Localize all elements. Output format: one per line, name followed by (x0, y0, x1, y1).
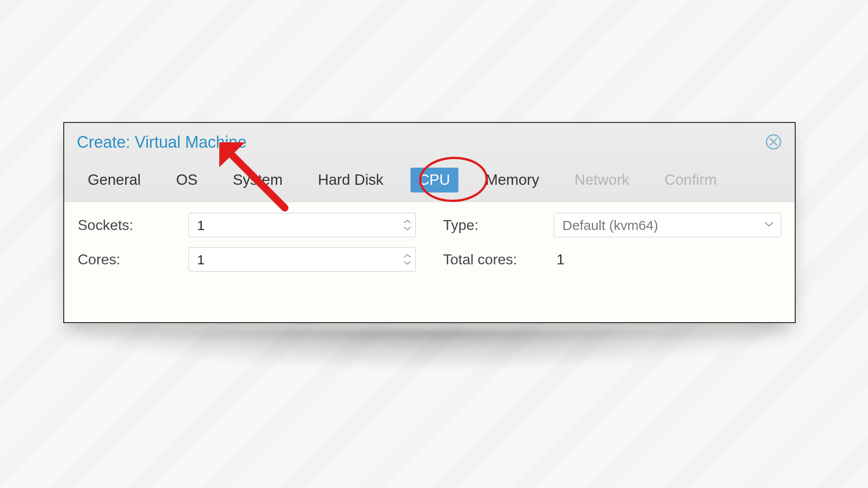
dialog-dropshadow (63, 330, 796, 371)
totalcores-label: Total cores: (443, 251, 554, 268)
cores-input[interactable]: 1 (189, 247, 416, 272)
cpu-panel: Sockets: 1 Type: Default (kvm64) Cores: (64, 202, 795, 282)
chevron-down-icon (764, 221, 774, 227)
tab-general[interactable]: General (80, 168, 149, 192)
type-row: Type: Default (kvm64) (443, 213, 781, 237)
type-dropdown-toggle[interactable] (764, 221, 774, 229)
chevron-up-icon (403, 219, 411, 225)
cores-label: Cores: (78, 251, 189, 268)
totalcores-value: 1 (554, 251, 565, 268)
tab-hard-disk[interactable]: Hard Disk (310, 168, 392, 192)
dialog-header: Create: Virtual Machine General OS Syste… (64, 123, 795, 202)
type-control: Default (kvm64) (554, 213, 781, 237)
tab-os[interactable]: OS (168, 168, 206, 192)
tab-confirm: Confirm (656, 168, 725, 192)
dialog-title: Create: Virtual Machine (77, 133, 782, 152)
chevron-down-icon (403, 260, 411, 266)
create-vm-dialog: Create: Virtual Machine General OS Syste… (63, 122, 796, 323)
type-label: Type: (443, 217, 554, 234)
sockets-row: Sockets: 1 (78, 213, 416, 237)
tab-cpu[interactable]: CPU (410, 168, 458, 192)
tab-system[interactable]: System (225, 168, 291, 192)
sockets-label: Sockets: (78, 217, 189, 234)
tab-network: Network (566, 168, 637, 192)
close-button[interactable] (766, 134, 781, 150)
chevron-down-icon (403, 226, 411, 231)
totalcores-row: Total cores: 1 (443, 247, 781, 272)
sockets-input[interactable]: 1 (189, 213, 416, 237)
wizard-tabs: General OS System Hard Disk CPU Memory N… (77, 168, 782, 192)
tab-memory[interactable]: Memory (477, 168, 547, 192)
chevron-up-icon (403, 253, 411, 259)
cores-row: Cores: 1 (78, 247, 416, 272)
type-select[interactable]: Default (kvm64) (554, 213, 781, 237)
sockets-stepper[interactable] (403, 219, 411, 231)
sockets-control: 1 (189, 213, 416, 237)
cores-control: 1 (189, 247, 416, 272)
close-icon (769, 138, 778, 146)
cores-stepper[interactable] (403, 253, 411, 266)
